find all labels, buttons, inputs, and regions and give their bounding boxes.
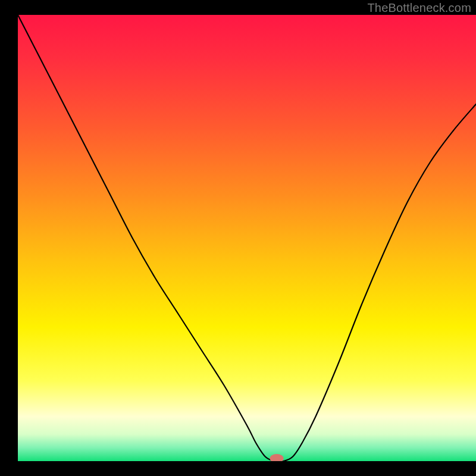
watermark-text: TheBottleneck.com (367, 1, 471, 15)
gradient-background (18, 15, 476, 461)
plot-area (18, 15, 476, 461)
bottleneck-chart (18, 15, 476, 461)
chart-frame: TheBottleneck.com (0, 0, 476, 476)
